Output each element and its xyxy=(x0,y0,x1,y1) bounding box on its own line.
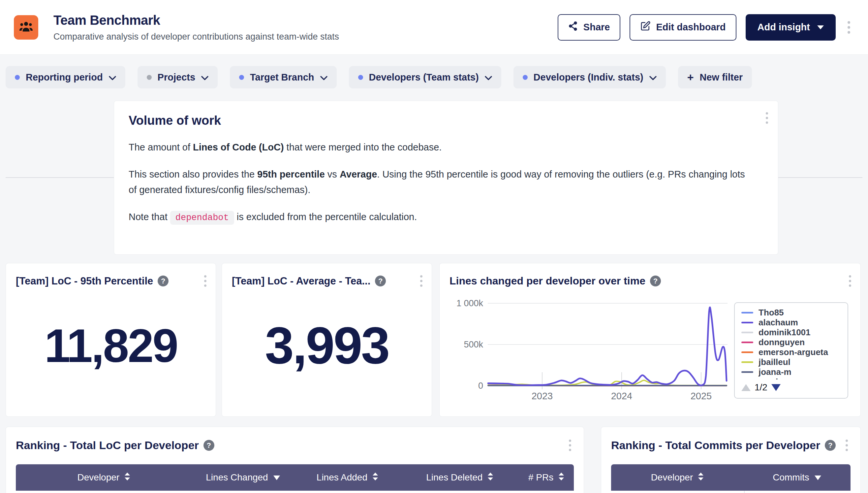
legend-item-tho85[interactable]: Tho85 xyxy=(741,307,845,318)
page-subtitle: Comparative analysis of developer contri… xyxy=(53,32,339,42)
stat-card-head: [Team] LoC - Average - Tea... ? xyxy=(222,263,432,290)
page-header: Team Benchmark Comparative analysis of d… xyxy=(0,0,868,55)
filter-chip-developers-indiv-stats[interactable]: Developers (Indiv. stats) xyxy=(513,66,666,88)
header-text: Team Benchmark Comparative analysis of d… xyxy=(53,13,339,42)
column-header-developer[interactable]: Developer xyxy=(611,464,744,491)
chevron-down-icon xyxy=(109,72,116,83)
table-card-head: Ranking - Total LoC per Developer ? xyxy=(16,437,574,454)
stat-card-menu[interactable] xyxy=(201,273,209,290)
share-button[interactable]: Share xyxy=(558,14,621,41)
stat-card-loc-95th-percentile: [Team] LoC - 95th Percentile ? 11,829 xyxy=(6,263,216,417)
ranking-commits-table: DeveloperCommitstomazornour260 xyxy=(611,464,850,493)
help-icon[interactable]: ? xyxy=(203,440,214,451)
table-card-menu[interactable] xyxy=(566,437,574,454)
filter-chip-developers-team-stats[interactable]: Developers (Team stats) xyxy=(349,66,501,88)
table-card-menu[interactable] xyxy=(843,437,850,454)
column-header-lines-deleted[interactable]: Lines Deleted xyxy=(401,464,519,491)
filter-chip-label: Projects xyxy=(158,72,195,83)
legend-swatch xyxy=(741,351,753,353)
column-header-lines-added[interactable]: Lines Added xyxy=(294,464,401,491)
filter-status-dot xyxy=(239,75,244,80)
column-header-lines-changed[interactable]: Lines Changed xyxy=(192,464,294,491)
volume-card-body: The amount of Lines of Code (LoC) that w… xyxy=(129,140,763,225)
y-axis-tick-label: 500k xyxy=(464,340,483,349)
legend-label: emerson-argueta xyxy=(758,347,828,357)
filter-status-dot xyxy=(523,75,528,80)
table-card-head: Ranking - Total Commits per Developer ? xyxy=(611,437,850,454)
filter-chip-label: Developers (Team stats) xyxy=(369,72,479,83)
filter-chip-label: Target Branch xyxy=(250,72,314,83)
sort-both-icon xyxy=(697,472,704,483)
help-icon[interactable]: ? xyxy=(650,276,661,286)
chart-card-title: Lines changed per developer over time xyxy=(449,275,645,287)
chevron-down-icon xyxy=(649,72,656,83)
add-insight-button[interactable]: Add insight xyxy=(745,14,836,41)
volume-paragraph: The amount of Lines of Code (LoC) that w… xyxy=(129,140,745,155)
column-header-label: Commits xyxy=(773,472,809,483)
legend-item-maxica[interactable]: maxica xyxy=(741,377,845,380)
legend-item-emerson-argueta[interactable]: emerson-argueta xyxy=(741,347,845,357)
ranking-loc-card: Ranking - Total LoC per Developer ? Deve… xyxy=(6,427,584,493)
filter-chip-projects[interactable]: Projects xyxy=(137,66,218,88)
help-icon[interactable]: ? xyxy=(375,276,386,286)
page-title: Team Benchmark xyxy=(53,13,339,28)
column-header-label: Developer xyxy=(651,472,693,483)
stat-value: 3,993 xyxy=(222,316,432,375)
legend-label: dominik1001 xyxy=(758,327,810,338)
stat-card-menu[interactable] xyxy=(418,273,425,290)
chevron-down-icon xyxy=(485,72,492,83)
legend-page-down-icon[interactable] xyxy=(771,384,781,391)
sort-desc-icon xyxy=(814,472,822,483)
section-divider xyxy=(6,177,114,178)
plus-icon: + xyxy=(687,71,694,83)
volume-card-menu[interactable] xyxy=(763,110,771,126)
share-label: Share xyxy=(583,22,610,33)
column-header-developer[interactable]: Developer xyxy=(16,464,192,491)
stat-card-loc-average: [Team] LoC - Average - Tea... ? 3,993 xyxy=(222,263,432,417)
legend-page-up-icon[interactable] xyxy=(741,384,751,391)
legend-item-jbailleul[interactable]: jbailleul xyxy=(741,357,845,367)
column-header-label: Lines Added xyxy=(317,472,368,483)
legend-item-dominik1001[interactable]: dominik1001 xyxy=(741,327,845,337)
help-icon[interactable]: ? xyxy=(158,276,169,286)
team-benchmark-dashboard: Team Benchmark Comparative analysis of d… xyxy=(0,0,868,493)
legend-item-alachaum[interactable]: alachaum xyxy=(741,318,845,327)
legend-label: Tho85 xyxy=(758,307,784,318)
dashboard-logo xyxy=(14,15,38,40)
y-axis-tick-label: 0 xyxy=(478,381,483,391)
edit-dashboard-button[interactable]: Edit dashboard xyxy=(629,14,736,41)
legend-swatch xyxy=(741,342,753,343)
help-icon[interactable]: ? xyxy=(825,440,836,451)
legend-item-joana-m[interactable]: joana-m xyxy=(741,367,845,377)
volume-paragraph: This section also provides the 95th perc… xyxy=(129,167,745,197)
column-header-prs[interactable]: # PRs xyxy=(519,464,574,491)
filter-chip-label: Reporting period xyxy=(26,72,103,83)
filter-status-dot xyxy=(358,75,363,80)
table-header-row: DeveloperCommits xyxy=(611,464,850,491)
filter-status-dot xyxy=(147,75,152,80)
legend-pager: 1/2 xyxy=(741,382,845,393)
y-axis-tick-label: 1 000k xyxy=(457,298,484,308)
chevron-down-icon xyxy=(320,72,328,83)
edit-dashboard-label: Edit dashboard xyxy=(656,22,726,33)
chart-card-menu[interactable] xyxy=(846,273,854,290)
filter-chip-reporting-period[interactable]: Reporting period xyxy=(6,66,125,88)
column-header-commits[interactable]: Commits xyxy=(744,464,850,491)
new-filter-button[interactable]: +New filter xyxy=(678,66,752,88)
sort-both-icon xyxy=(487,472,494,483)
legend-swatch xyxy=(741,331,753,333)
table-cell: 260 xyxy=(744,491,850,493)
team-people-icon xyxy=(19,19,34,36)
table-cell: tomazornour xyxy=(611,491,744,493)
caret-down-icon xyxy=(817,25,824,29)
column-header-label: Developer xyxy=(77,472,120,483)
chart-legend: Tho85alachaumdominik1001donnguyenemerson… xyxy=(734,302,848,399)
legend-swatch xyxy=(741,361,753,363)
x-axis-tick-label: 2025 xyxy=(691,391,712,401)
legend-item-donnguyen[interactable]: donnguyen xyxy=(741,337,845,347)
column-header-label: Lines Deleted xyxy=(426,472,483,483)
ranking-commits-card: Ranking - Total Commits per Developer ? … xyxy=(601,427,861,493)
filter-chip-target-branch[interactable]: Target Branch xyxy=(230,66,336,88)
header-overflow-menu[interactable] xyxy=(845,19,853,36)
legend-label: maxica xyxy=(758,377,787,380)
